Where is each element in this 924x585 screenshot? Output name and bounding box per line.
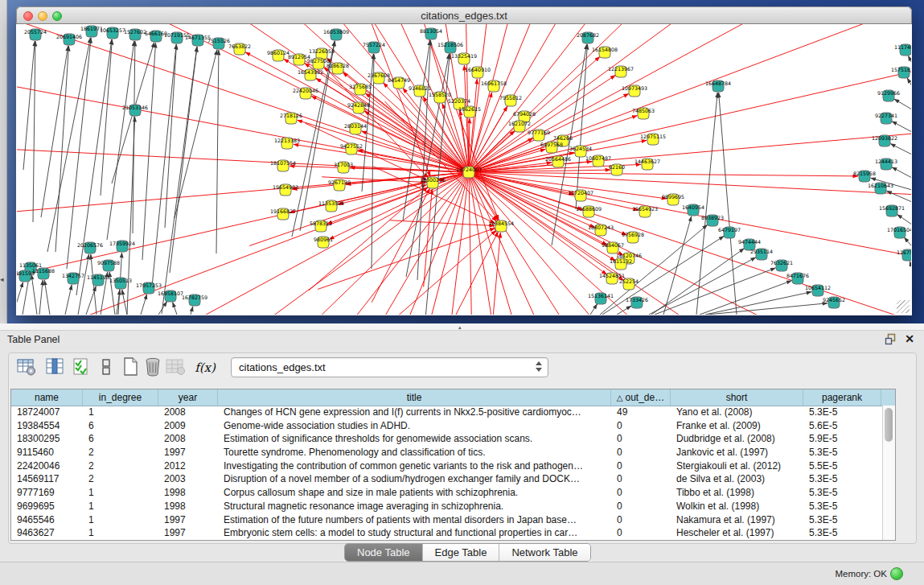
table-cell[interactable]: 18300295 [11, 432, 83, 446]
minimize-button[interactable] [38, 11, 47, 21]
splitter-handle-icon[interactable]: ▴ [458, 324, 462, 331]
table-row[interactable]: 1830029562008Estimation of significance … [11, 432, 883, 446]
table-cell[interactable]: Embryonic stem cells: a model to study s… [218, 526, 611, 540]
table-cell[interactable]: 0 [611, 472, 671, 486]
table-row[interactable]: 977716911998Corpus callosum shape and si… [11, 486, 883, 500]
delete-trash-button[interactable] [142, 356, 164, 380]
table-cell[interactable]: Tibbo et al. (1998) [671, 486, 803, 500]
table-cell[interactable]: Franke et al. (2009) [671, 419, 803, 433]
table-cell[interactable]: 1997 [158, 446, 218, 459]
import-checklist-button[interactable] [70, 356, 92, 380]
table-cell[interactable]: Estimation of significance thresholds fo… [218, 432, 611, 446]
table-cell[interactable]: 49 [611, 406, 671, 419]
table-cell[interactable]: 5.3E-5 [803, 472, 881, 486]
table-cell[interactable]: 2 [83, 472, 158, 486]
table-cell[interactable]: 2012 [158, 459, 218, 473]
column-header-short[interactable]: short [671, 389, 803, 406]
table-cell[interactable]: 2008 [158, 406, 218, 419]
new-document-button[interactable] [119, 356, 142, 380]
table-cell[interactable]: 1 [83, 486, 158, 500]
table-cell[interactable]: 18724007 [11, 406, 83, 419]
table-cell[interactable]: 5.3E-5 [803, 446, 881, 459]
network-window-titlebar[interactable]: citations_edges.txt [16, 6, 912, 24]
table-cell[interactable]: 1997 [158, 526, 218, 540]
table-cell[interactable]: Corpus callosum shape and size in male p… [218, 486, 611, 500]
table-row[interactable]: 946362711997Embryonic stem cells: a mode… [11, 526, 883, 540]
table-cell[interactable]: Dudbridge et al. (2008) [671, 432, 803, 446]
table-cell[interactable]: 9115460 [11, 446, 83, 459]
table-cell[interactable]: 5.3E-5 [803, 406, 881, 419]
table-cell[interactable]: 5.5E-5 [803, 459, 881, 473]
table-cell[interactable]: 0 [611, 500, 671, 513]
table-cell[interactable]: Structural magnetic resonance image aver… [218, 500, 611, 513]
column-header-year[interactable]: year [158, 389, 218, 406]
column-header-pagerank[interactable]: pagerank [803, 389, 881, 406]
table-cell[interactable]: 0 [611, 459, 671, 473]
table-cell[interactable]: Wolkin et al. (1998) [671, 500, 803, 513]
scrollbar-thumb[interactable] [885, 408, 893, 442]
table-cell[interactable]: 2008 [158, 432, 218, 446]
table-cell[interactable]: 0 [611, 513, 671, 527]
table-cell[interactable]: 2 [83, 459, 158, 473]
table-cell[interactable]: 1997 [158, 513, 218, 527]
table-cell[interactable]: 6 [83, 432, 158, 446]
table-row[interactable]: 1938455462009Genome-wide association stu… [11, 419, 883, 433]
panel-splitter[interactable]: ▴ [0, 323, 924, 331]
table-cell[interactable]: 19384554 [11, 419, 83, 433]
resize-grip-icon[interactable] [897, 300, 910, 313]
table-cell[interactable]: Nakamura et al. (1997) [671, 513, 803, 527]
table-cell[interactable]: 9465546 [11, 513, 83, 527]
table-cell[interactable]: Jankovic et al. (1997) [671, 446, 803, 459]
table-cell[interactable]: Yano et al. (2008) [671, 406, 803, 419]
table-settings-button[interactable] [15, 356, 38, 380]
rows-button[interactable] [95, 356, 117, 380]
table-cell[interactable]: Investigating the contribution of common… [218, 459, 611, 473]
table-cell[interactable]: 0 [611, 446, 671, 459]
table-row[interactable]: 2242004622012Investigating the contribut… [11, 459, 883, 473]
table-cell[interactable]: 2009 [158, 419, 218, 433]
table-row[interactable]: 1872400712008Changes of HCN gene express… [11, 406, 883, 419]
table-cell[interactable]: 6 [83, 419, 158, 433]
table-cell[interactable]: 5.3E-5 [803, 513, 881, 527]
network-canvas[interactable]: 2055724206914061861971106532571527602646… [17, 24, 911, 315]
zoom-button[interactable] [52, 11, 62, 21]
float-panel-icon[interactable] [885, 333, 897, 345]
table-column-button[interactable] [43, 356, 66, 380]
table-cell[interactable]: 5.9E-5 [803, 432, 881, 446]
table-cell[interactable]: Hescheler et al. (1997) [671, 526, 803, 540]
table-vertical-scrollbar[interactable] [882, 406, 895, 540]
tab-network-table[interactable]: Network Table [499, 544, 589, 561]
table-cell[interactable]: 22420046 [11, 459, 83, 473]
table-cell[interactable]: Genome-wide association studies in ADHD. [218, 419, 611, 433]
tab-edge-table[interactable]: Edge Table [423, 544, 500, 561]
table-cell[interactable]: 1 [83, 513, 158, 527]
table-cell[interactable]: 9463627 [11, 526, 83, 540]
tab-node-table[interactable]: Node Table [345, 544, 423, 561]
table-row[interactable]: 911546021997Tourette syndrome. Phenomeno… [11, 446, 883, 459]
column-header-name[interactable]: name [11, 389, 83, 406]
collapse-arrow-icon[interactable]: ◂ [0, 275, 4, 283]
table-cell[interactable]: Stergiakouli et al. (2012) [671, 459, 803, 473]
table-cell[interactable]: 0 [611, 486, 671, 500]
table-cell[interactable]: 1 [83, 500, 158, 513]
network-select[interactable]: citations_edges.txt [231, 357, 548, 377]
table-cell[interactable]: 1998 [158, 486, 218, 500]
memory-ok-indicator[interactable] [890, 567, 903, 580]
table-cell[interactable]: 1998 [158, 500, 218, 513]
table-cell[interactable]: 5.3E-5 [803, 526, 881, 540]
close-panel-icon[interactable]: ✕ [905, 332, 914, 345]
table-cell[interactable]: 0 [611, 419, 671, 433]
table-cell[interactable]: 0 [611, 526, 671, 540]
function-fx-button[interactable]: f(x) [191, 356, 219, 380]
table-cell[interactable]: de Silva et al. (2003) [671, 472, 803, 486]
column-header-title[interactable]: title [218, 389, 611, 406]
column-header-in_degree[interactable]: in_degree [83, 389, 158, 406]
table-cell[interactable]: 1 [83, 526, 158, 540]
table-cell[interactable]: 14569117 [11, 472, 83, 486]
table-cell[interactable]: Disruption of a novel member of a sodium… [218, 472, 611, 486]
table-row[interactable]: 1456911722003Disruption of a novel membe… [11, 472, 883, 486]
table-cell[interactable]: 9777169 [11, 486, 83, 500]
table-cell[interactable]: Changes of HCN gene expression and I(f) … [218, 406, 611, 419]
table-cell[interactable]: 2003 [158, 472, 218, 486]
table-cell[interactable]: 5.3E-5 [803, 500, 881, 513]
